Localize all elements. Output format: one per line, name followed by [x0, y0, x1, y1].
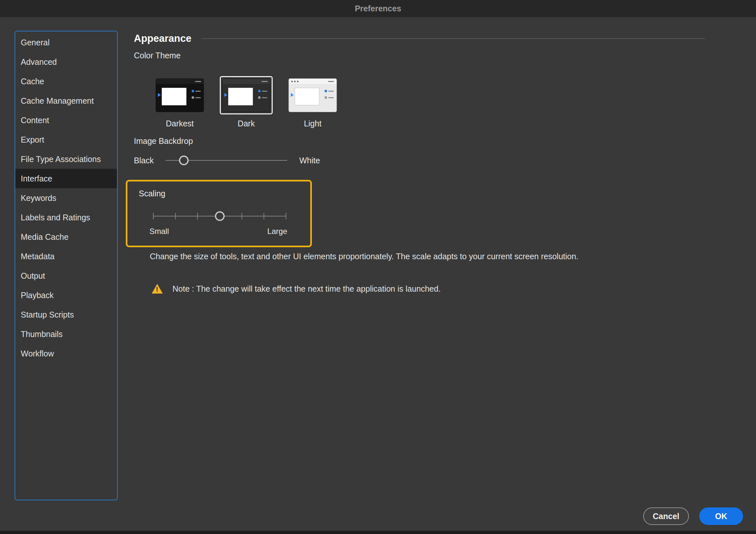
slider-tick [197, 213, 198, 219]
sidebar-item-keywords[interactable]: Keywords [15, 188, 117, 208]
mini-panel-control [192, 96, 201, 99]
sidebar-item-cache[interactable]: Cache [15, 72, 117, 91]
theme-label-dark: Dark [238, 119, 255, 128]
slider-tick [175, 213, 176, 219]
sidebar-item-file-type-associations[interactable]: File Type Associations [15, 149, 117, 169]
scaling-section-highlight: Scaling Small Large [126, 180, 312, 247]
sidebar-item-media-cache[interactable]: Media Cache [15, 227, 117, 246]
mini-window-header [222, 79, 270, 84]
theme-label-light: Light [304, 119, 321, 128]
backdrop-white-label: White [299, 156, 320, 165]
sidebar-item-startup-scripts[interactable]: Startup Scripts [15, 305, 117, 324]
scaling-large-label: Large [267, 227, 287, 236]
color-theme-label: Color Theme [134, 51, 705, 60]
section-divider [202, 38, 705, 39]
theme-thumbnail-light [288, 78, 337, 112]
scaling-description: Change the size of tools, text and other… [150, 252, 705, 261]
restart-note: Note : The change will take effect the n… [152, 284, 705, 293]
slider-tick [285, 213, 286, 219]
slider-tick [263, 213, 264, 219]
theme-option-light[interactable]: Light [286, 76, 339, 128]
sidebar-item-advanced[interactable]: Advanced [15, 52, 117, 72]
theme-thumbnail-frame [286, 76, 339, 114]
mini-panel-control [258, 90, 267, 92]
backdrop-slider-knob[interactable] [179, 156, 189, 165]
mini-window-menu-dash [262, 81, 267, 82]
sidebar-item-output[interactable]: Output [15, 266, 117, 286]
slider-tick [241, 213, 242, 219]
backdrop-slider[interactable] [166, 155, 287, 166]
mini-cursor-icon [158, 93, 161, 97]
backdrop-black-label: Black [134, 156, 154, 165]
sidebar-item-thumbnails[interactable]: Thumbnails [15, 324, 117, 344]
mini-panel-control [192, 90, 201, 92]
sidebar-item-export[interactable]: Export [15, 130, 117, 149]
dialog-body: General Advanced Cache Cache Management … [0, 17, 756, 500]
sidebar-item-playback[interactable]: Playback [15, 286, 117, 305]
mini-cursor-icon [291, 93, 294, 97]
appearance-heading: Appearance [134, 33, 191, 44]
sidebar-item-labels-and-ratings[interactable]: Labels and Ratings [15, 208, 117, 227]
scaling-slider-labels: Small Large [153, 227, 286, 237]
sidebar-item-general[interactable]: General [15, 33, 117, 52]
title-bar: Preferences [0, 0, 756, 17]
mini-window-menu-dash [195, 81, 201, 82]
warning-icon [152, 284, 163, 293]
mini-window-canvas [162, 88, 186, 105]
preferences-dialog: { "window": { "title": "Preferences" }, … [0, 0, 756, 534]
mini-window-dots [291, 81, 299, 82]
mini-cursor-icon [224, 93, 227, 97]
theme-label-darkest: Darkest [166, 119, 194, 128]
slider-tick [153, 213, 154, 219]
color-theme-options: Darkest Dark [153, 76, 705, 128]
image-backdrop-slider-row: Black White [134, 155, 705, 166]
mini-window-canvas [228, 88, 253, 105]
interface-settings-panel: Appearance Color Theme Darke [118, 31, 756, 500]
window-title: Preferences [355, 4, 401, 13]
preferences-sidebar: General Advanced Cache Cache Management … [14, 31, 118, 500]
theme-option-dark[interactable]: Dark [220, 76, 273, 128]
cancel-button[interactable]: Cancel [643, 507, 689, 525]
scaling-slider-knob[interactable] [215, 211, 225, 221]
scaling-small-label: Small [149, 227, 169, 236]
sidebar-item-cache-management[interactable]: Cache Management [15, 91, 117, 111]
mini-window-menu-dash [328, 81, 334, 82]
mini-panel-control [325, 90, 334, 92]
mini-window-canvas [295, 88, 319, 105]
mini-panel-control [258, 96, 267, 99]
theme-thumbnail-dark [222, 78, 270, 112]
image-backdrop-label: Image Backdrop [134, 137, 705, 146]
sidebar-item-content[interactable]: Content [15, 111, 117, 130]
ok-button[interactable]: OK [699, 507, 743, 525]
theme-thumbnail-darkest [156, 78, 204, 112]
mini-window-header [156, 79, 203, 84]
appearance-section-header: Appearance [134, 33, 705, 44]
sidebar-item-interface[interactable]: Interface [15, 169, 117, 188]
window-bottom-edge [0, 531, 756, 534]
scaling-slider[interactable] [153, 211, 286, 222]
mini-panel-control [325, 96, 334, 99]
theme-thumbnail-frame [220, 76, 273, 114]
theme-option-darkest[interactable]: Darkest [153, 76, 206, 128]
theme-thumbnail-frame [153, 76, 206, 114]
sidebar-item-workflow[interactable]: Workflow [15, 344, 117, 363]
sidebar-item-metadata[interactable]: Metadata [15, 246, 117, 266]
scaling-label: Scaling [139, 189, 310, 198]
mini-window-header [289, 79, 337, 84]
restart-note-text: Note : The change will take effect the n… [173, 284, 441, 293]
